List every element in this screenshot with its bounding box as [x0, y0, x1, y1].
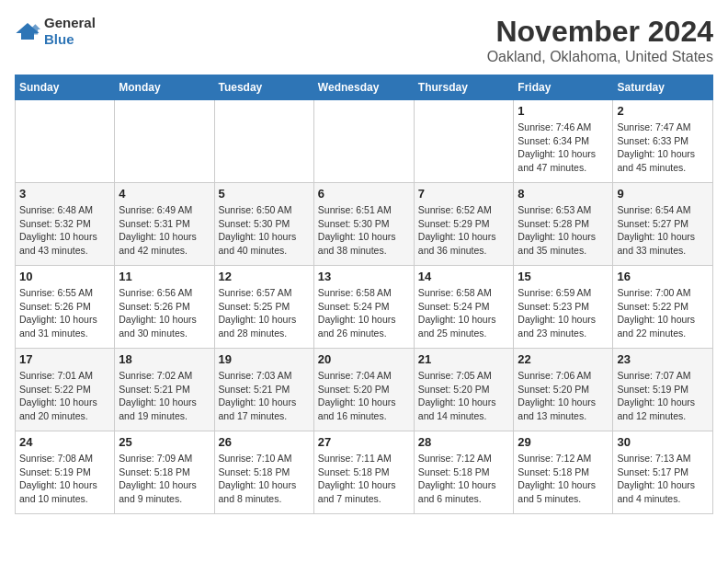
day-cell: 14Sunrise: 6:58 AMSunset: 5:24 PMDayligh…: [414, 266, 514, 349]
day-number: 17: [19, 352, 110, 366]
day-info: Sunrise: 7:02 AMSunset: 5:21 PMDaylight:…: [119, 369, 210, 423]
day-info: Sunrise: 7:09 AMSunset: 5:18 PMDaylight:…: [119, 452, 210, 506]
day-number: 5: [219, 187, 310, 201]
day-info: Sunrise: 6:52 AMSunset: 5:29 PMDaylight:…: [418, 203, 510, 258]
day-number: 6: [318, 187, 410, 201]
day-number: 27: [318, 435, 410, 449]
day-header-row: SundayMondayTuesdayWednesdayThursdayFrid…: [16, 75, 713, 100]
day-cell: 26Sunrise: 7:10 AMSunset: 5:18 PMDayligh…: [214, 431, 313, 514]
day-cell: 15Sunrise: 6:59 AMSunset: 5:23 PMDayligh…: [514, 266, 613, 349]
day-header-wednesday: Wednesday: [313, 75, 414, 100]
day-cell: 23Sunrise: 7:07 AMSunset: 5:19 PMDayligh…: [613, 349, 713, 431]
day-number: 1: [518, 104, 609, 118]
day-info: Sunrise: 6:57 AMSunset: 5:25 PMDaylight:…: [219, 286, 310, 340]
day-number: 10: [19, 270, 110, 283]
day-header-monday: Monday: [115, 75, 214, 100]
day-cell: [16, 100, 115, 183]
day-cell: 8Sunrise: 6:53 AMSunset: 5:28 PMDaylight…: [514, 183, 613, 266]
day-number: 29: [518, 435, 609, 449]
day-info: Sunrise: 7:00 AMSunset: 5:22 PMDaylight:…: [617, 286, 709, 340]
day-cell: 20Sunrise: 7:04 AMSunset: 5:20 PMDayligh…: [313, 349, 414, 431]
day-number: 18: [119, 352, 210, 366]
day-info: Sunrise: 6:48 AMSunset: 5:32 PMDaylight:…: [19, 203, 110, 258]
day-header-tuesday: Tuesday: [214, 75, 313, 100]
day-number: 16: [617, 270, 709, 283]
day-info: Sunrise: 7:06 AMSunset: 5:20 PMDaylight:…: [518, 369, 609, 423]
day-number: 11: [119, 270, 210, 283]
day-cell: 9Sunrise: 6:54 AMSunset: 5:27 PMDaylight…: [613, 183, 713, 266]
day-cell: 28Sunrise: 7:12 AMSunset: 5:18 PMDayligh…: [414, 431, 514, 514]
day-info: Sunrise: 7:08 AMSunset: 5:19 PMDaylight:…: [19, 452, 110, 506]
day-cell: 7Sunrise: 6:52 AMSunset: 5:29 PMDaylight…: [414, 183, 514, 266]
day-cell: 29Sunrise: 7:12 AMSunset: 5:18 PMDayligh…: [514, 431, 613, 514]
day-cell: 12Sunrise: 6:57 AMSunset: 5:25 PMDayligh…: [214, 266, 313, 349]
day-cell: 21Sunrise: 7:05 AMSunset: 5:20 PMDayligh…: [414, 349, 514, 431]
day-number: 2: [617, 104, 709, 118]
day-header-sunday: Sunday: [16, 75, 115, 100]
day-number: 8: [518, 187, 609, 201]
day-number: 28: [418, 435, 510, 449]
day-cell: [214, 100, 313, 183]
day-info: Sunrise: 6:51 AMSunset: 5:30 PMDaylight:…: [318, 203, 410, 258]
day-cell: [115, 100, 214, 183]
day-info: Sunrise: 7:07 AMSunset: 5:19 PMDaylight:…: [617, 369, 709, 423]
day-info: Sunrise: 6:49 AMSunset: 5:31 PMDaylight:…: [119, 203, 210, 258]
week-row-4: 24Sunrise: 7:08 AMSunset: 5:19 PMDayligh…: [16, 431, 713, 514]
day-cell: 24Sunrise: 7:08 AMSunset: 5:19 PMDayligh…: [16, 431, 115, 514]
day-cell: 25Sunrise: 7:09 AMSunset: 5:18 PMDayligh…: [115, 431, 214, 514]
day-number: 3: [19, 187, 110, 201]
day-info: Sunrise: 7:46 AMSunset: 6:34 PMDaylight:…: [518, 121, 609, 175]
week-row-3: 17Sunrise: 7:01 AMSunset: 5:22 PMDayligh…: [16, 349, 713, 431]
day-info: Sunrise: 7:10 AMSunset: 5:18 PMDaylight:…: [219, 452, 310, 506]
logo-blue: Blue: [44, 31, 74, 47]
day-info: Sunrise: 6:55 AMSunset: 5:26 PMDaylight:…: [19, 286, 110, 340]
day-number: 13: [318, 270, 410, 283]
day-number: 21: [418, 352, 510, 366]
logo-general: General: [44, 15, 96, 30]
day-cell: 30Sunrise: 7:13 AMSunset: 5:17 PMDayligh…: [613, 431, 713, 514]
day-info: Sunrise: 7:03 AMSunset: 5:21 PMDaylight:…: [219, 369, 310, 423]
day-number: 30: [617, 435, 709, 449]
day-number: 22: [518, 352, 609, 366]
day-number: 19: [219, 352, 310, 366]
day-cell: 19Sunrise: 7:03 AMSunset: 5:21 PMDayligh…: [214, 349, 313, 431]
day-header-friday: Friday: [514, 75, 613, 100]
week-row-2: 10Sunrise: 6:55 AMSunset: 5:26 PMDayligh…: [16, 266, 713, 349]
day-info: Sunrise: 7:13 AMSunset: 5:17 PMDaylight:…: [617, 452, 709, 506]
week-row-0: 1Sunrise: 7:46 AMSunset: 6:34 PMDaylight…: [16, 100, 713, 183]
day-number: 9: [617, 187, 709, 201]
day-info: Sunrise: 7:12 AMSunset: 5:18 PMDaylight:…: [518, 452, 609, 506]
day-number: 25: [119, 435, 210, 449]
logo-text: General Blue: [44, 15, 96, 48]
day-cell: 4Sunrise: 6:49 AMSunset: 5:31 PMDaylight…: [115, 183, 214, 266]
day-info: Sunrise: 7:11 AMSunset: 5:18 PMDaylight:…: [318, 452, 410, 506]
day-cell: [313, 100, 414, 183]
header: General Blue November 2024 Oakland, Okla…: [15, 15, 713, 65]
day-cell: 17Sunrise: 7:01 AMSunset: 5:22 PMDayligh…: [16, 349, 115, 431]
day-cell: 27Sunrise: 7:11 AMSunset: 5:18 PMDayligh…: [313, 431, 414, 514]
day-info: Sunrise: 7:01 AMSunset: 5:22 PMDaylight:…: [19, 369, 110, 423]
day-cell: [414, 100, 514, 183]
day-info: Sunrise: 6:58 AMSunset: 5:24 PMDaylight:…: [318, 286, 410, 340]
day-number: 4: [119, 187, 210, 201]
calendar-table: SundayMondayTuesdayWednesdayThursdayFrid…: [15, 75, 713, 514]
month-title: November 2024: [487, 15, 713, 49]
day-info: Sunrise: 6:58 AMSunset: 5:24 PMDaylight:…: [418, 286, 510, 340]
day-number: 26: [219, 435, 310, 449]
day-info: Sunrise: 7:04 AMSunset: 5:20 PMDaylight:…: [318, 369, 410, 423]
day-number: 7: [418, 187, 510, 201]
day-number: 20: [318, 352, 410, 366]
day-cell: 22Sunrise: 7:06 AMSunset: 5:20 PMDayligh…: [514, 349, 613, 431]
day-cell: 1Sunrise: 7:46 AMSunset: 6:34 PMDaylight…: [514, 100, 613, 183]
day-number: 12: [219, 270, 310, 283]
day-cell: 18Sunrise: 7:02 AMSunset: 5:21 PMDayligh…: [115, 349, 214, 431]
day-info: Sunrise: 7:12 AMSunset: 5:18 PMDaylight:…: [418, 452, 510, 506]
day-info: Sunrise: 6:54 AMSunset: 5:27 PMDaylight:…: [617, 203, 709, 258]
day-info: Sunrise: 7:05 AMSunset: 5:20 PMDaylight:…: [418, 369, 510, 423]
day-number: 23: [617, 352, 709, 366]
day-number: 24: [19, 435, 110, 449]
day-cell: 10Sunrise: 6:55 AMSunset: 5:26 PMDayligh…: [16, 266, 115, 349]
day-info: Sunrise: 6:56 AMSunset: 5:26 PMDaylight:…: [119, 286, 210, 340]
day-cell: 6Sunrise: 6:51 AMSunset: 5:30 PMDaylight…: [313, 183, 414, 266]
day-number: 15: [518, 270, 609, 283]
